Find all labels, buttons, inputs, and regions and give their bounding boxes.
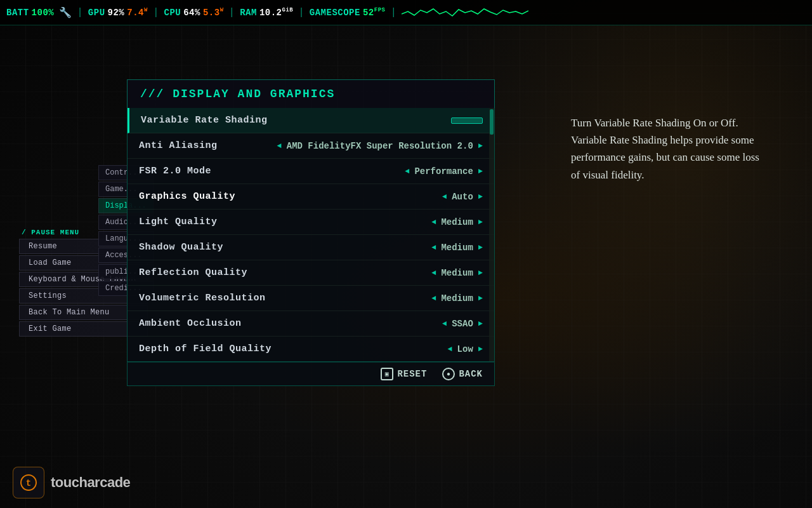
setting-value-ao: ◄ SSAO ►: [442, 319, 483, 329]
setting-value-gq: ◄ Auto ►: [442, 192, 483, 202]
aa-right-arrow: ►: [478, 142, 483, 150]
watermark-text: toucharcade: [51, 474, 130, 491]
vr-left-arrow: ◄: [431, 294, 436, 303]
wrench-icon: 🔧: [59, 6, 72, 19]
reset-icon: ▣: [381, 368, 393, 380]
gq-left-arrow: ◄: [442, 192, 447, 201]
hud-batt: BATT 100%: [6, 8, 54, 18]
fsr-left-arrow: ◄: [405, 167, 409, 176]
fsr-right-arrow: ►: [478, 167, 483, 176]
hud-ram-value: 10.2GiB: [259, 7, 293, 18]
hud-batt-value: 100%: [32, 8, 55, 18]
setting-row-ao[interactable]: Ambient Occlusion ◄ SSAO ►: [128, 311, 494, 337]
back-icon: ●: [442, 368, 455, 380]
setting-name-aa: Anti Aliasing: [139, 140, 218, 151]
setting-value-rq: ◄ Medium ►: [431, 268, 483, 278]
ao-right-arrow: ►: [478, 319, 483, 328]
sq-left-arrow: ◄: [431, 243, 436, 252]
setting-name-vrs: Variable Rate Shading: [141, 115, 268, 126]
back-button[interactable]: ● BACK: [442, 368, 483, 380]
svg-text:t: t: [26, 478, 31, 488]
setting-row-gq[interactable]: Graphics Quality ◄ Auto ►: [128, 184, 494, 210]
hud-cpu-value: 64%: [183, 8, 200, 18]
rq-left-arrow: ◄: [431, 269, 436, 277]
setting-value-vrs: [451, 117, 483, 124]
hud-ram: RAM 10.2GiB: [240, 7, 293, 18]
toucharcade-icon: t: [13, 467, 44, 498]
hud-ram-label: RAM: [240, 8, 257, 18]
settings-panel: /// DISPLAY AND GRAPHICS Variable Rate S…: [127, 79, 495, 386]
reset-button[interactable]: ▣ RESET: [381, 368, 427, 380]
scroll-thumb: [490, 109, 494, 135]
hud-gamescope: GAMESCOPE 52FPS: [310, 7, 386, 18]
hud-gamescope-label: GAMESCOPE: [310, 8, 360, 18]
panel-footer: ▣ RESET ● BACK: [127, 362, 495, 386]
setting-name-dof: Depth of Field Quality: [139, 344, 272, 354]
setting-name-ao: Ambient Occlusion: [139, 318, 242, 329]
setting-row-aa[interactable]: Anti Aliasing ◄ AMD FidelityFX Super Res…: [128, 133, 494, 159]
aa-left-arrow: ◄: [277, 142, 282, 150]
setting-row-dof[interactable]: Depth of Field Quality ◄ Low ►: [128, 337, 494, 361]
hud-gpu-label: GPU: [88, 8, 105, 18]
back-label: BACK: [459, 369, 483, 379]
gq-right-arrow: ►: [478, 192, 483, 201]
setting-name-sq: Shadow Quality: [139, 242, 223, 253]
setting-value-dof: ◄ Low ►: [447, 344, 483, 354]
setting-name-vr: Volumetric Resolution: [139, 293, 266, 304]
rq-right-arrow: ►: [478, 269, 483, 277]
hud-graph: [402, 6, 806, 19]
hud-batt-label: BATT: [6, 8, 29, 18]
hud-bar: BATT 100% 🔧 | GPU 92% 7.4W | CPU 64% 5.3…: [0, 0, 812, 25]
hud-gpu: GPU 92% 7.4W: [88, 7, 148, 18]
setting-name-gq: Graphics Quality: [139, 191, 235, 202]
info-text: Turn Variable Rate Shading On or Off. Va…: [571, 114, 761, 184]
setting-name-fsr: FSR 2.0 Mode: [139, 166, 211, 177]
dof-left-arrow: ◄: [447, 345, 452, 354]
scroll-indicator[interactable]: [489, 108, 494, 361]
hud-cpu-power: 5.3W: [203, 7, 224, 18]
dof-right-arrow: ►: [478, 345, 483, 354]
hud-gpu-value: 92%: [108, 8, 125, 18]
setting-value-lq: ◄ Medium ►: [431, 217, 483, 227]
setting-row-rq[interactable]: Reflection Quality ◄ Medium ►: [128, 260, 494, 286]
setting-row-sq[interactable]: Shadow Quality ◄ Medium ►: [128, 235, 494, 260]
reset-label: RESET: [397, 369, 427, 379]
setting-row-vrs[interactable]: Variable Rate Shading: [128, 108, 494, 133]
setting-name-rq: Reflection Quality: [139, 267, 247, 278]
panel-body: Variable Rate Shading Anti Aliasing ◄ AM…: [127, 108, 495, 362]
setting-row-fsr[interactable]: FSR 2.0 Mode ◄ Performance ►: [128, 159, 494, 184]
ao-left-arrow: ◄: [442, 319, 447, 328]
hud-gpu-power: 7.4W: [127, 7, 148, 18]
panel-title: /// DISPLAY AND GRAPHICS: [127, 79, 495, 108]
info-panel: Turn Variable Rate Shading On or Off. Va…: [571, 114, 761, 184]
hud-cpu-label: CPU: [164, 8, 181, 18]
setting-row-vr[interactable]: Volumetric Resolution ◄ Medium ►: [128, 286, 494, 311]
hud-cpu: CPU 64% 5.3W: [164, 7, 224, 18]
setting-value-vr: ◄ Medium ►: [431, 293, 483, 304]
hud-gamescope-fps: 52FPS: [363, 7, 386, 18]
setting-name-lq: Light Quality: [139, 217, 218, 227]
watermark: t toucharcade: [13, 467, 130, 498]
vr-right-arrow: ►: [478, 294, 483, 303]
setting-value-fsr: ◄ Performance ►: [405, 166, 483, 177]
setting-row-lq[interactable]: Light Quality ◄ Medium ►: [128, 210, 494, 235]
lq-right-arrow: ►: [478, 218, 483, 227]
lq-left-arrow: ◄: [431, 218, 436, 227]
setting-value-aa: ◄ AMD FidelityFX Super Resolution 2.0 ►: [277, 141, 483, 151]
sq-right-arrow: ►: [478, 243, 483, 252]
setting-value-sq: ◄ Medium ►: [431, 243, 483, 253]
